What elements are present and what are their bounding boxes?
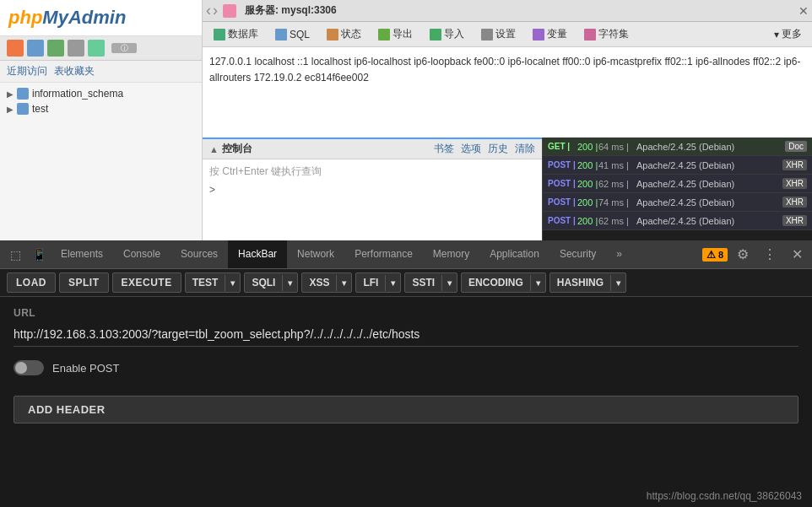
nav-next[interactable]: › xyxy=(213,2,218,19)
request-type: XHR xyxy=(782,159,807,170)
console-clear[interactable]: 清除 xyxy=(515,142,535,156)
toggle-label: Enable POST xyxy=(52,362,120,375)
menu-charset[interactable]: 字符集 xyxy=(577,24,636,45)
hackbar-ssti-arrow: ▾ xyxy=(441,275,457,291)
server-title: 服务器: mysql:3306 xyxy=(238,3,344,18)
hackbar-load-btn[interactable]: LOAD xyxy=(7,272,56,293)
hackbar-split-btn[interactable]: SPLIT xyxy=(59,272,109,293)
tree-arrow: ▶ xyxy=(7,105,14,114)
tab-application[interactable]: Application xyxy=(479,240,549,268)
tab-elements[interactable]: Elements xyxy=(51,240,113,268)
hackbar-execute-btn[interactable]: EXECUTE xyxy=(112,272,181,293)
db-icon xyxy=(17,88,29,100)
pma-nav-links: 近期访问 表收藏夹 xyxy=(0,61,202,83)
console-bookmarks[interactable]: 书签 xyxy=(434,142,454,156)
hackbar-test-dropdown[interactable]: TEST ▾ xyxy=(185,272,241,293)
hackbar-lfi-label: LFI xyxy=(356,273,385,292)
hackbar-ssti-dropdown[interactable]: SSTI ▾ xyxy=(404,272,457,293)
url-display[interactable]: http://192.168.3.103:2003/?target=tbl_zo… xyxy=(14,322,798,347)
hackbar-lfi-dropdown[interactable]: LFI ▾ xyxy=(355,272,401,293)
nav-recent[interactable]: 近期访问 xyxy=(7,64,47,78)
net-request-1[interactable]: GET | 200 | 64 ms | Apache/2.4.25 (Debia… xyxy=(543,138,812,156)
tab-hackbar[interactable]: HackBar xyxy=(228,240,287,268)
info-icon[interactable] xyxy=(47,40,64,57)
request-server: Apache/2.4.25 (Debian) xyxy=(636,142,785,152)
content-text: 127.0.0.1 localhost ::1 localhost ip6-lo… xyxy=(209,54,805,86)
close-button[interactable]: ✕ xyxy=(798,4,809,18)
home-icon[interactable] xyxy=(7,40,24,57)
settings-icon[interactable] xyxy=(68,40,84,57)
menu-import-label: 导入 xyxy=(444,27,464,41)
url-label: URL xyxy=(14,307,798,319)
devtools-inspect-btn[interactable]: ⬚ xyxy=(3,243,27,267)
menu-sql-label: SQL xyxy=(290,29,310,40)
request-method: GET | xyxy=(548,142,577,151)
net-request-2[interactable]: POST | 200 | 41 ms | Apache/2.4.25 (Debi… xyxy=(543,156,812,175)
request-type: Doc xyxy=(785,141,807,152)
request-method: POST | xyxy=(548,179,577,188)
hackbar-encoding-dropdown[interactable]: ENCODING ▾ xyxy=(461,272,546,293)
request-type: XHR xyxy=(782,178,807,189)
menu-more-arrow: ▾ xyxy=(774,29,779,40)
net-request-5[interactable]: POST | 200 | 62 ms | Apache/2.4.25 (Debi… xyxy=(543,212,812,230)
console-hint: 按 Ctrl+Enter 键执行查询 xyxy=(209,163,535,181)
net-request-3[interactable]: POST | 200 | 62 ms | Apache/2.4.25 (Debi… xyxy=(543,175,812,193)
logo-myadmin: MyAdmin xyxy=(42,7,126,28)
menu-variables-label: 变量 xyxy=(547,27,567,41)
enable-post-toggle[interactable] xyxy=(14,360,44,375)
hackbar-test-label: TEST xyxy=(186,273,225,292)
tab-sources[interactable]: Sources xyxy=(171,240,228,268)
menu-charset-label: 字符集 xyxy=(598,27,629,41)
tab-security[interactable]: Security xyxy=(549,240,606,268)
devtools-device-btn[interactable]: 📱 xyxy=(27,243,51,267)
tab-network[interactable]: Network xyxy=(287,240,344,268)
tab-console[interactable]: Console xyxy=(113,240,171,268)
status-menu-icon xyxy=(327,29,338,40)
tab-performance-label: Performance xyxy=(355,248,413,260)
menu-variables[interactable]: 变量 xyxy=(525,24,575,45)
console-history[interactable]: 历史 xyxy=(488,142,508,156)
menu-status[interactable]: 状态 xyxy=(319,24,369,45)
hackbar-hashing-dropdown[interactable]: HASHING ▾ xyxy=(549,272,626,293)
tab-memory[interactable]: Memory xyxy=(423,240,479,268)
devtools-menu-btn[interactable]: ⋮ xyxy=(758,243,782,267)
footer-link[interactable]: https://blog.csdn.net/qq_38626043 xyxy=(647,490,802,502)
tab-security-label: Security xyxy=(560,248,596,260)
console-header: ▲ 控制台 书签 选项 历史 清除 xyxy=(203,139,542,159)
devtools-settings-btn[interactable]: ⚙ xyxy=(731,243,755,267)
warning-badge: ⚠ 8 xyxy=(702,248,728,262)
menu-settings[interactable]: 设置 xyxy=(474,24,523,45)
console-title: 控制台 xyxy=(222,142,252,156)
devtools-close-btn[interactable]: ✕ xyxy=(785,243,809,267)
hackbar-toolbar: LOAD SPLIT EXECUTE TEST ▾ SQLI ▾ XSS ▾ L… xyxy=(0,269,812,297)
hackbar-hashing-arrow: ▾ xyxy=(610,275,625,291)
tree-item-information-schema[interactable]: ▶ information_schema xyxy=(3,86,198,101)
menu-more[interactable]: ▾ 更多 xyxy=(767,24,809,45)
request-status: 200 | xyxy=(577,142,598,152)
pma-menu: 数据库 SQL 状态 导出 导入 设置 变量 字符集 xyxy=(203,22,812,47)
database-icon[interactable] xyxy=(27,40,44,57)
menu-export[interactable]: 导出 xyxy=(371,24,420,45)
nav-prev[interactable]: ‹ xyxy=(206,2,211,19)
tab-performance[interactable]: Performance xyxy=(344,240,423,268)
menu-import[interactable]: 导入 xyxy=(422,24,472,45)
tab-more[interactable]: » xyxy=(606,240,632,268)
tab-network-label: Network xyxy=(297,248,334,260)
sync-icon[interactable] xyxy=(88,40,105,57)
add-header-button[interactable]: ADD HEADER xyxy=(14,396,798,423)
toggle-row: Enable POST xyxy=(14,360,798,375)
menu-export-label: 导出 xyxy=(392,27,413,41)
import-menu-icon xyxy=(430,29,441,40)
tab-icon xyxy=(223,4,236,18)
menu-sql[interactable]: SQL xyxy=(268,24,317,45)
hackbar-xss-dropdown[interactable]: XSS ▾ xyxy=(301,272,352,293)
hackbar-sqli-dropdown[interactable]: SQLI ▾ xyxy=(244,272,298,293)
tree-item-test[interactable]: ▶ test xyxy=(3,101,198,116)
console-options[interactable]: 选项 xyxy=(461,142,481,156)
menu-database[interactable]: 数据库 xyxy=(206,24,266,45)
database-menu-icon xyxy=(214,29,225,40)
hackbar-test-arrow: ▾ xyxy=(225,275,240,291)
db-name: information_schema xyxy=(32,88,123,100)
nav-favorites[interactable]: 表收藏夹 xyxy=(54,64,95,78)
net-request-4[interactable]: POST | 200 | 74 ms | Apache/2.4.25 (Debi… xyxy=(543,193,812,212)
